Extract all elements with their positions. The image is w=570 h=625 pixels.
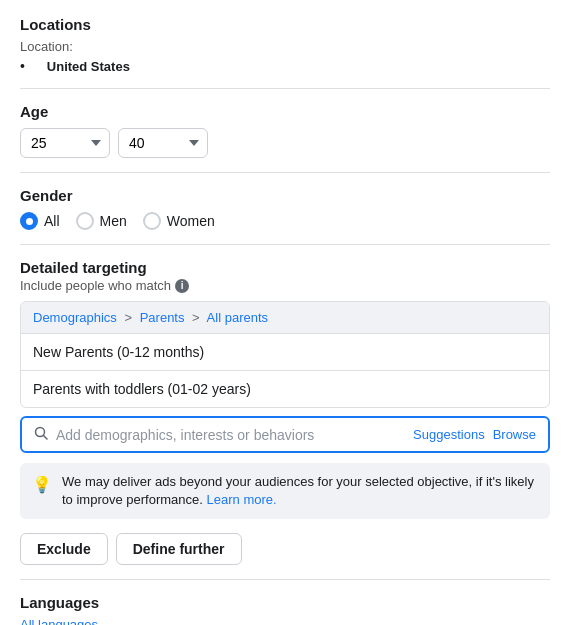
location-label: Location:: [20, 39, 550, 54]
suggestions-link[interactable]: Suggestions: [413, 427, 485, 442]
breadcrumb-all-parents[interactable]: All parents: [207, 310, 268, 325]
gender-women-label: Women: [167, 213, 215, 229]
age-label: Age: [20, 103, 550, 120]
bullet-icon: •: [20, 58, 25, 74]
targeting-item-2: Parents with toddlers (01-02 years): [21, 370, 549, 407]
include-label-text: Include people who match: [20, 278, 171, 293]
radio-all-inner: [26, 218, 33, 225]
targeting-box: Demographics > Parents > All parents New…: [20, 301, 550, 408]
gender-label: Gender: [20, 187, 550, 204]
detailed-targeting-title: Detailed targeting: [20, 259, 550, 276]
divider-3: [20, 244, 550, 245]
detailed-targeting-section: Detailed targeting Include people who ma…: [20, 259, 550, 519]
gender-option-all[interactable]: All: [20, 212, 60, 230]
divider-2: [20, 172, 550, 173]
age-section: Age 25 18 21 30 35 40 45 50 40 25 30 35 …: [20, 103, 550, 158]
breadcrumb-sep-2: >: [192, 310, 200, 325]
define-further-button[interactable]: Define further: [116, 533, 242, 565]
age-row: 25 18 21 30 35 40 45 50 40 25 30 35 45 5…: [20, 128, 550, 158]
targeting-item-1: New Parents (0-12 months): [21, 333, 549, 370]
locations-title: Locations: [20, 16, 550, 33]
exclude-button[interactable]: Exclude: [20, 533, 108, 565]
all-languages-link[interactable]: All languages: [20, 617, 550, 625]
info-icon[interactable]: i: [175, 279, 189, 293]
include-label-row: Include people who match i: [20, 278, 550, 293]
gender-men-label: Men: [100, 213, 127, 229]
search-placeholder-text: Add demographics, interests or behaviors: [56, 427, 405, 443]
age-max-select[interactable]: 40 25 30 35 45 50 65: [118, 128, 208, 158]
search-icon: [34, 426, 48, 443]
gender-all-label: All: [44, 213, 60, 229]
breadcrumb-row: Demographics > Parents > All parents: [21, 302, 549, 333]
search-actions: Suggestions Browse: [413, 427, 536, 442]
gender-section: Gender All Men Women: [20, 187, 550, 230]
suggestion-box: 💡 We may deliver ads beyond your audienc…: [20, 463, 550, 519]
suggestion-text: We may deliver ads beyond your audiences…: [62, 473, 538, 509]
breadcrumb-sep-1: >: [124, 310, 132, 325]
divider-4: [20, 579, 550, 580]
lightbulb-icon: 💡: [32, 474, 52, 496]
browse-link[interactable]: Browse: [493, 427, 536, 442]
suggestion-body: We may deliver ads beyond your audiences…: [62, 474, 534, 507]
breadcrumb-demographics[interactable]: Demographics: [33, 310, 117, 325]
radio-men: [76, 212, 94, 230]
search-row[interactable]: Add demographics, interests or behaviors…: [20, 416, 550, 453]
age-min-select[interactable]: 25 18 21 30 35 40 45 50: [20, 128, 110, 158]
divider-1: [20, 88, 550, 89]
locations-section: Locations Location: • United States: [20, 16, 550, 74]
gender-option-women[interactable]: Women: [143, 212, 215, 230]
svg-line-1: [44, 436, 48, 440]
gender-option-men[interactable]: Men: [76, 212, 127, 230]
action-buttons: Exclude Define further: [20, 533, 550, 565]
learn-more-link[interactable]: Learn more.: [207, 492, 277, 507]
location-item: • United States: [20, 58, 550, 74]
breadcrumb-parents[interactable]: Parents: [140, 310, 185, 325]
languages-section: Languages All languages: [20, 594, 550, 625]
languages-title: Languages: [20, 594, 550, 611]
radio-women: [143, 212, 161, 230]
radio-all: [20, 212, 38, 230]
gender-row: All Men Women: [20, 212, 550, 230]
